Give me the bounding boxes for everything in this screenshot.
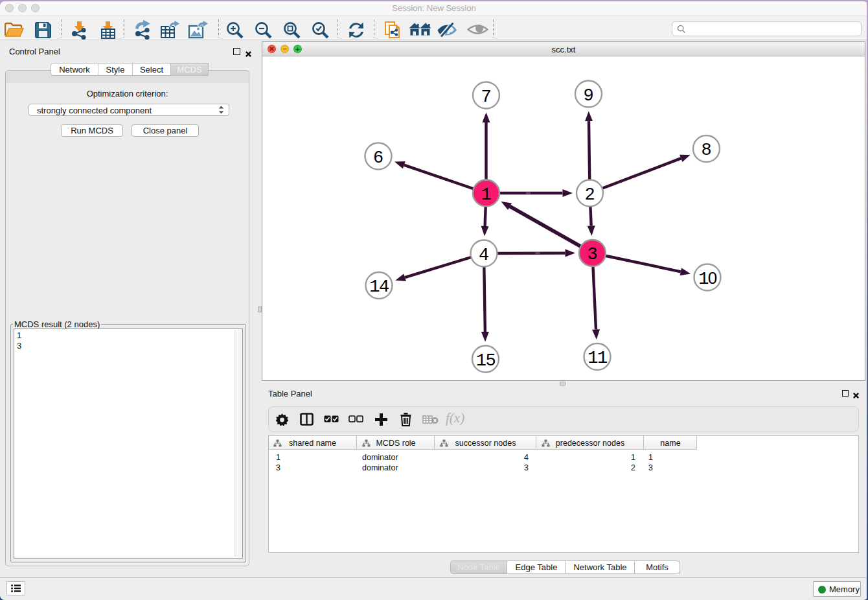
svg-text:14: 14: [369, 277, 389, 297]
svg-text:6: 6: [373, 148, 383, 168]
svg-text:9: 9: [583, 86, 593, 106]
svg-text:15: 15: [476, 351, 496, 371]
svg-text:8: 8: [701, 141, 711, 160]
svg-text:7: 7: [481, 87, 491, 107]
svg-text:10: 10: [698, 268, 717, 289]
svg-text:4: 4: [479, 246, 489, 265]
svg-text:1: 1: [481, 185, 491, 205]
svg-text:11: 11: [588, 349, 607, 368]
svg-text:2: 2: [584, 185, 595, 205]
svg-text:3: 3: [587, 245, 597, 264]
